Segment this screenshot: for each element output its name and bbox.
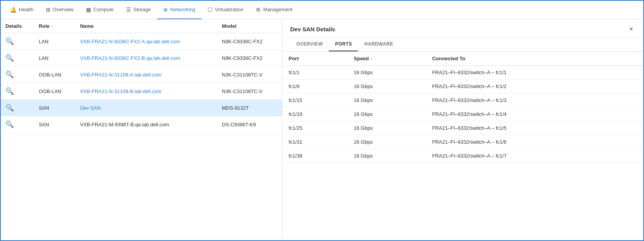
nav-tab-health[interactable]: 🔔Health	[4, 1, 40, 19]
detail-tabs: OVERVIEWPORTSHARDWARE	[282, 37, 643, 52]
nav-tab-storage[interactable]: ☰Storage	[120, 1, 157, 19]
row-name-link[interactable]: VXB-FRA21-N-31108-A.lab.dell.com	[80, 72, 161, 78]
nav-tab-overview[interactable]: ⊞Overview	[40, 1, 80, 19]
connected-to-cell: FRA21–FI–6332/switch–A – fc1/1	[426, 66, 643, 80]
row-name[interactable]: VXB-FRA21-N-9336C-FX2-B.qa.lab.dell.com	[75, 50, 217, 66]
port-cell: fc1/8	[282, 80, 348, 93]
connected-to-cell: FRA21–FI–6332/switch–A – fc1/6	[426, 135, 643, 149]
virtualization-icon: ☐	[208, 7, 213, 13]
ports-table-row[interactable]: fc1/3116 GbpsFRA21–FI–6332/switch–A – fc…	[282, 135, 643, 149]
row-model: N9K-C9336C-FX2	[217, 50, 282, 66]
ports-col-header-speed[interactable]: Speed↑	[348, 52, 426, 66]
row-icon[interactable]: 🔍	[5, 104, 14, 112]
row-icon[interactable]: 🔍	[5, 71, 14, 78]
connected-to-cell: FRA21–FI–6332/switch–A – fc1/7	[426, 149, 643, 163]
nav-tab-management[interactable]: ⚙Management	[250, 1, 299, 19]
detail-tab-ports[interactable]: PORTS	[329, 37, 358, 51]
speed-cell: 16 Gbps	[348, 121, 426, 135]
compute-icon: ▦	[86, 7, 91, 13]
ports-table-row[interactable]: fc1/1916 GbpsFRA21–FI–6332/switch–A – fc…	[282, 107, 643, 121]
row-name[interactable]: VXB-FRA21-N-31108-A.lab.dell.com	[75, 66, 217, 83]
port-cell: fc1/31	[282, 135, 348, 149]
row-icon[interactable]: 🔍	[5, 120, 14, 128]
port-cell: fc1/15	[282, 93, 348, 107]
right-panel: Dev SAN Details × OVERVIEWPORTSHARDWARE …	[282, 19, 643, 240]
main-content: DetailsRole↑NameModel 🔍LANVXB-FRA21-N-93…	[1, 19, 643, 240]
table-row[interactable]: 🔍SANVXB-FRA21-M-9396T-B.qa.lab.dell.comD…	[1, 116, 282, 133]
left-panel: DetailsRole↑NameModel 🔍LANVXB-FRA21-N-93…	[1, 19, 282, 240]
connected-to-cell: FRA21–FI–6332/switch–A – fc1/3	[426, 93, 643, 107]
nav-tab-label-management: Management	[263, 7, 292, 12]
row-icon[interactable]: 🔍	[5, 87, 14, 95]
row-name[interactable]: VXB-FRA21-N-9336C-FX2-A.qa.lab.dell.com	[75, 33, 217, 50]
row-role: SAN	[34, 100, 75, 116]
speed-cell: 16 Gbps	[348, 66, 426, 80]
ports-table-row[interactable]: fc1/816 GbpsFRA21–FI–6332/switch–A – fc1…	[282, 80, 643, 93]
row-name[interactable]: Dev SAN	[75, 100, 217, 116]
nav-tab-label-networking: Networking	[170, 7, 195, 12]
port-cell: fc1/19	[282, 107, 348, 121]
row-details-cell: 🔍	[1, 100, 34, 116]
row-icon[interactable]: 🔍	[5, 37, 14, 45]
speed-cell: 16 Gbps	[348, 93, 426, 107]
ports-col-header-port: Port	[282, 52, 348, 66]
ports-table-row[interactable]: fc1/116 GbpsFRA21–FI–6332/switch–A – fc1…	[282, 66, 643, 80]
row-details-cell: 🔍	[1, 50, 34, 66]
nav-tab-compute[interactable]: ▦Compute	[80, 1, 120, 19]
row-details-cell: 🔍	[1, 33, 34, 50]
overview-icon: ⊞	[46, 7, 51, 13]
detail-tab-overview[interactable]: OVERVIEW	[290, 37, 329, 51]
close-button[interactable]: ×	[627, 25, 636, 33]
network-table: DetailsRole↑NameModel 🔍LANVXB-FRA21-N-93…	[1, 19, 282, 133]
ports-table-row[interactable]: fc1/1516 GbpsFRA21–FI–6332/switch–A – fc…	[282, 93, 643, 107]
col-header-role[interactable]: Role↑	[34, 19, 75, 33]
ports-table-row[interactable]: fc1/3816 GbpsFRA21–FI–6332/switch–A – fc…	[282, 149, 643, 163]
row-details-cell: 🔍	[1, 116, 34, 133]
nav-tab-networking[interactable]: ⊕Networking	[157, 1, 201, 19]
ports-area: PortSpeed↑Connected To fc1/116 GbpsFRA21…	[282, 52, 643, 240]
ports-table-row[interactable]: fc1/2516 GbpsFRA21–FI–6332/switch–A – fc…	[282, 121, 643, 135]
table-header-row: DetailsRole↑NameModel	[1, 19, 282, 33]
col-header-name: Name	[75, 19, 217, 33]
detail-tab-hardware[interactable]: HARDWARE	[358, 37, 399, 51]
row-model: N3K-C31108TC-V	[217, 66, 282, 83]
speed-cell: 16 Gbps	[348, 107, 426, 121]
nav-tab-label-overview: Overview	[53, 7, 74, 12]
table-row[interactable]: 🔍LANVXB-FRA21-N-9336C-FX2-B.qa.lab.dell.…	[1, 50, 282, 66]
row-name-link[interactable]: VXB-FRA21-N-9336C-FX2-A.qa.lab.dell.com	[80, 39, 180, 44]
ports-body: fc1/116 GbpsFRA21–FI–6332/switch–A – fc1…	[282, 66, 643, 163]
row-details-cell: 🔍	[1, 66, 34, 83]
row-icon[interactable]: 🔍	[5, 54, 14, 62]
row-role: SAN	[34, 116, 75, 133]
ports-col-header-connected_to: Connected To	[426, 52, 643, 66]
speed-cell: 16 Gbps	[348, 149, 426, 163]
row-role: OOB-LAN	[34, 83, 75, 100]
row-name-link[interactable]: VXB-FRA21-N-31108-B.lab.dell.com	[80, 88, 161, 94]
row-role: LAN	[34, 50, 75, 66]
row-details-cell: 🔍	[1, 83, 34, 100]
speed-cell: 16 Gbps	[348, 80, 426, 93]
nav-tab-virtualization[interactable]: ☐Virtualization	[201, 1, 250, 19]
row-role: LAN	[34, 33, 75, 50]
col-header-details: Details	[1, 19, 34, 33]
management-icon: ⚙	[256, 7, 261, 13]
row-role: OOB-LAN	[34, 66, 75, 83]
ports-table-header: PortSpeed↑Connected To	[282, 52, 643, 66]
table-row[interactable]: 🔍OOB-LANVXB-FRA21-N-31108-B.lab.dell.com…	[1, 83, 282, 100]
table-row[interactable]: 🔍LANVXB-FRA21-N-9336C-FX2-A.qa.lab.dell.…	[1, 33, 282, 50]
speed-cell: 16 Gbps	[348, 135, 426, 149]
table-row[interactable]: 🔍SANDev SANMDS-9132T	[1, 100, 282, 116]
networking-icon: ⊕	[163, 7, 168, 13]
ports-sort-icon-speed: ↑	[370, 57, 372, 61]
nav-tab-label-storage: Storage	[134, 7, 151, 12]
row-name-link[interactable]: Dev SAN	[80, 105, 100, 111]
detail-header: Dev SAN Details ×	[282, 19, 643, 37]
table-row[interactable]: 🔍OOB-LANVXB-FRA21-N-31108-A.lab.dell.com…	[1, 66, 282, 83]
ports-table: PortSpeed↑Connected To fc1/116 GbpsFRA21…	[282, 52, 643, 163]
row-name-link[interactable]: VXB-FRA21-N-9336C-FX2-B.qa.lab.dell.com	[80, 55, 180, 61]
row-model: N3K-C31108TC-V	[217, 83, 282, 100]
row-name[interactable]: VXB-FRA21-N-31108-B.lab.dell.com	[75, 83, 217, 100]
connected-to-cell: FRA21–FI–6332/switch–A – fc1/2	[426, 80, 643, 93]
row-name: VXB-FRA21-M-9396T-B.qa.lab.dell.com	[75, 116, 217, 133]
nav-tab-label-virtualization: Virtualization	[215, 7, 243, 12]
